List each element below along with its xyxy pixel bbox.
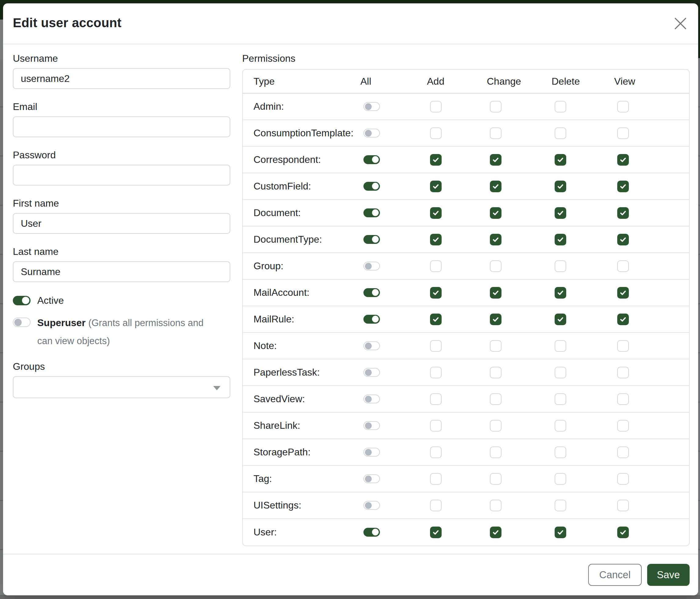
delete-checkbox[interactable]	[555, 101, 566, 113]
all-toggle[interactable]	[364, 528, 380, 537]
change-checkbox[interactable]	[490, 127, 501, 139]
change-checkbox[interactable]	[490, 447, 501, 458]
add-checkbox[interactable]	[430, 101, 442, 113]
delete-checkbox[interactable]	[555, 500, 566, 511]
change-checkbox[interactable]	[490, 314, 501, 325]
all-toggle[interactable]	[364, 155, 380, 164]
username-input[interactable]	[13, 68, 230, 89]
view-checkbox[interactable]	[617, 127, 629, 139]
view-checkbox[interactable]	[617, 367, 629, 378]
view-checkbox[interactable]	[617, 473, 629, 485]
delete-checkbox[interactable]	[555, 393, 566, 405]
add-checkbox[interactable]	[430, 260, 442, 272]
view-checkbox[interactable]	[617, 207, 629, 219]
delete-checkbox[interactable]	[555, 473, 566, 485]
add-checkbox[interactable]	[430, 234, 442, 245]
add-checkbox[interactable]	[430, 207, 442, 219]
check-icon	[619, 289, 627, 297]
all-toggle[interactable]	[364, 262, 380, 270]
delete-checkbox[interactable]	[555, 127, 566, 139]
cancel-button[interactable]: Cancel	[588, 564, 642, 586]
delete-checkbox[interactable]	[555, 367, 566, 378]
view-checkbox[interactable]	[617, 234, 629, 245]
change-checkbox[interactable]	[490, 260, 501, 272]
all-toggle[interactable]	[364, 448, 380, 457]
add-checkbox[interactable]	[430, 527, 442, 538]
view-checkbox[interactable]	[617, 500, 629, 511]
delete-checkbox[interactable]	[555, 527, 566, 538]
all-toggle[interactable]	[364, 235, 380, 244]
view-checkbox[interactable]	[617, 340, 629, 352]
add-checkbox[interactable]	[430, 473, 442, 485]
view-checkbox[interactable]	[617, 314, 629, 325]
delete-checkbox[interactable]	[555, 207, 566, 219]
all-toggle[interactable]	[364, 315, 380, 324]
all-toggle[interactable]	[364, 394, 380, 403]
add-checkbox[interactable]	[430, 367, 442, 378]
change-checkbox[interactable]	[490, 287, 501, 298]
delete-checkbox[interactable]	[555, 447, 566, 458]
delete-checkbox[interactable]	[555, 260, 566, 272]
active-label: Active	[37, 294, 64, 307]
view-checkbox[interactable]	[617, 260, 629, 272]
delete-checkbox[interactable]	[555, 420, 566, 432]
all-toggle[interactable]	[364, 421, 380, 430]
add-checkbox[interactable]	[430, 287, 442, 298]
change-checkbox[interactable]	[490, 154, 501, 166]
change-checkbox[interactable]	[490, 101, 501, 113]
change-checkbox[interactable]	[490, 500, 501, 511]
delete-checkbox[interactable]	[555, 340, 566, 352]
all-toggle[interactable]	[364, 474, 380, 483]
delete-checkbox[interactable]	[555, 181, 566, 192]
delete-checkbox[interactable]	[555, 154, 566, 166]
view-checkbox[interactable]	[617, 287, 629, 298]
add-checkbox[interactable]	[430, 420, 442, 432]
add-checkbox[interactable]	[430, 181, 442, 192]
delete-checkbox[interactable]	[555, 314, 566, 325]
add-checkbox[interactable]	[430, 500, 442, 511]
all-toggle[interactable]	[364, 501, 380, 510]
permission-row: Group:	[243, 253, 689, 280]
password-input[interactable]	[13, 165, 230, 186]
superuser-toggle[interactable]	[13, 317, 30, 327]
check-icon	[492, 183, 500, 190]
view-checkbox[interactable]	[617, 181, 629, 192]
save-button[interactable]: Save	[647, 564, 690, 586]
all-toggle[interactable]	[364, 209, 380, 217]
all-toggle[interactable]	[364, 102, 380, 111]
view-checkbox[interactable]	[617, 154, 629, 166]
active-toggle[interactable]	[13, 296, 30, 305]
add-checkbox[interactable]	[430, 447, 442, 458]
view-checkbox[interactable]	[617, 447, 629, 458]
add-checkbox[interactable]	[430, 127, 442, 139]
add-checkbox[interactable]	[430, 154, 442, 166]
all-toggle[interactable]	[364, 288, 380, 297]
first-name-input[interactable]	[13, 213, 230, 234]
change-checkbox[interactable]	[490, 340, 501, 352]
change-checkbox[interactable]	[490, 393, 501, 405]
add-checkbox[interactable]	[430, 340, 442, 352]
view-checkbox[interactable]	[617, 527, 629, 538]
all-toggle[interactable]	[364, 129, 380, 138]
view-checkbox[interactable]	[617, 393, 629, 405]
close-button[interactable]	[671, 14, 690, 33]
email-input[interactable]	[13, 116, 230, 137]
change-checkbox[interactable]	[490, 527, 501, 538]
change-checkbox[interactable]	[490, 207, 501, 219]
all-toggle[interactable]	[364, 368, 380, 377]
all-toggle[interactable]	[364, 341, 380, 350]
delete-checkbox[interactable]	[555, 234, 566, 245]
groups-select[interactable]	[13, 376, 230, 398]
add-checkbox[interactable]	[430, 393, 442, 405]
view-checkbox[interactable]	[617, 101, 629, 113]
all-toggle[interactable]	[364, 182, 380, 191]
delete-checkbox[interactable]	[555, 287, 566, 298]
change-checkbox[interactable]	[490, 234, 501, 245]
change-checkbox[interactable]	[490, 181, 501, 192]
last-name-input[interactable]	[13, 261, 230, 282]
view-checkbox[interactable]	[617, 420, 629, 432]
change-checkbox[interactable]	[490, 420, 501, 432]
add-checkbox[interactable]	[430, 314, 442, 325]
change-checkbox[interactable]	[490, 473, 501, 485]
change-checkbox[interactable]	[490, 367, 501, 378]
